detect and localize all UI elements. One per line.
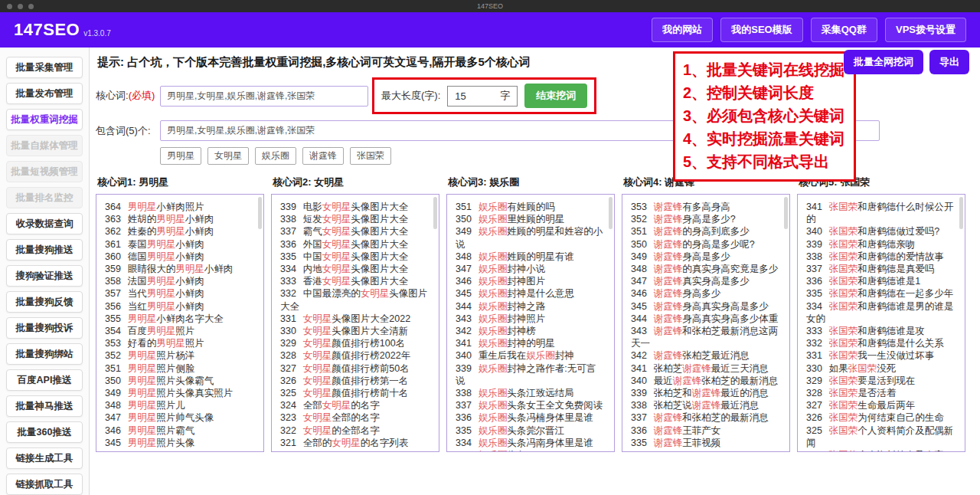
keyword-rank: 356 xyxy=(105,301,121,312)
keyword-highlight: 谢霆锋 xyxy=(654,326,683,336)
keyword-highlight: 娱乐圈 xyxy=(479,202,508,212)
keyword-list[interactable]: 351娱乐圈有姓顾的吗350娱乐圈里姓顾的明星349娱乐圈姓顾的明星和姓容的小说… xyxy=(446,194,615,452)
annotation-line: 3、必须包含核心关键词 xyxy=(683,104,844,127)
keyword-highlight: 娱乐圈 xyxy=(479,400,508,411)
keyword-post: 封神是什么意思 xyxy=(507,288,574,299)
keyword-list[interactable]: 353谢霆锋有多高身高352谢霆锋身高是多少?351谢霆锋的身高到底多少350谢… xyxy=(622,194,790,452)
keyword-pre: 张柏芝和 xyxy=(654,388,692,398)
keyword-highlight: 男明星 xyxy=(128,388,157,398)
keyword-highlight: 谢霆锋 xyxy=(654,276,683,287)
scrollbar-thumb[interactable] xyxy=(609,197,612,229)
sidebar-item[interactable]: 百度API推送 xyxy=(6,369,83,391)
keyword-highlight: 男明星 xyxy=(128,202,157,212)
keyword-post: 颜值排行榜100名 xyxy=(332,338,405,349)
keyword-post: 照片杨洋 xyxy=(156,350,194,361)
keyword-rank: 348 xyxy=(105,400,121,411)
keyword-row: 348谢霆锋的真实身高究竟是多少 xyxy=(631,263,779,275)
scrollbar-thumb[interactable] xyxy=(784,197,788,229)
nav-button[interactable]: 我的SEO模版 xyxy=(720,18,802,42)
keyword-pre: 全部的 xyxy=(303,438,332,448)
keyword-post: 封神的明星 xyxy=(507,338,555,349)
scrollbar-thumb[interactable] xyxy=(258,197,262,229)
keyword-tag[interactable]: 女明星 xyxy=(207,147,249,165)
keyword-rank: 341 xyxy=(631,363,647,374)
sidebar-item[interactable]: 搜狗验证推送 xyxy=(6,265,83,287)
nav-button[interactable]: VPS拨号设置 xyxy=(885,18,966,42)
keyword-highlight: 男明星 xyxy=(147,251,176,262)
keyword-rank: 325 xyxy=(280,388,296,398)
keyword-highlight: 女明星 xyxy=(322,202,351,212)
nav-button[interactable]: 采集QQ群 xyxy=(811,18,877,42)
keyword-post: 小鲜肉 xyxy=(185,214,214,225)
sidebar-item[interactable]: 链接生成工具 xyxy=(6,447,83,469)
scrollbar-thumb[interactable] xyxy=(433,197,437,229)
keyword-post: 颜值排行榜前50名 xyxy=(332,363,409,374)
sidebar-item[interactable]: 批量搜狗反馈 xyxy=(6,291,83,313)
keyword-row: 330女明星头像图片大全清新 xyxy=(280,325,429,337)
keyword-list[interactable]: 339电影女明星头像图片大全338短发女明星头像图片大全337霸气女明星头像图片… xyxy=(271,194,439,452)
keyword-post: 小鲜肉 xyxy=(204,264,234,274)
keyword-tag[interactable]: 男明星 xyxy=(160,147,201,165)
mine-all-button[interactable]: 批量全网挖词 xyxy=(844,50,923,74)
keyword-highlight: 女明星 xyxy=(303,313,332,324)
keyword-list[interactable]: 341张国荣和唐鹤德什么时候公开的340张国荣和唐鹤德做过爱吗?339张国荣和唐… xyxy=(797,194,965,452)
max-length-input[interactable] xyxy=(455,90,485,102)
keyword-tag[interactable]: 娱乐圈 xyxy=(255,147,296,165)
keyword-post: 小鲜肉照片 xyxy=(156,202,204,212)
sidebar-item[interactable]: 链接抓取工具 xyxy=(6,474,83,495)
stop-mining-button[interactable]: 结束挖词 xyxy=(524,84,587,108)
keyword-row: 326张国荣为何结束自己的生命 xyxy=(806,411,955,424)
sidebar-item: 批量短视频管理 xyxy=(6,161,83,182)
keyword-highlight: 谢霆锋 xyxy=(654,350,683,361)
sidebar-item[interactable]: 批量360推送 xyxy=(6,421,83,443)
keyword-rank: 341 xyxy=(806,202,822,212)
keyword-rank: 338 xyxy=(631,400,647,411)
sidebar-item[interactable]: 批量神马推送 xyxy=(6,395,83,417)
scrollbar-thumb[interactable] xyxy=(959,197,963,229)
keyword-rank: 331 xyxy=(806,350,822,361)
keyword-highlight: 女明星 xyxy=(303,388,332,398)
keyword-post: 个人资料简介及身高 xyxy=(858,450,944,452)
keyword-row: 338短发女明星头像图片大全 xyxy=(280,213,429,225)
keyword-rank: 336 xyxy=(806,276,822,287)
export-button[interactable]: 导出 xyxy=(929,50,969,74)
keyword-post: 个人资料简介及配偶新闻 xyxy=(806,425,953,448)
keyword-post: 和唐鹤德谁是男的谁是女的 xyxy=(806,301,953,324)
keyword-highlight: 男明星 xyxy=(128,438,157,448)
app-header: 147SEO v1.3.0.7 我的网站我的SEO模版采集QQ群VPS拨号设置 xyxy=(0,12,980,48)
sidebar-item[interactable]: 批量发布管理 xyxy=(6,83,83,104)
keyword-post: 的全部名字 xyxy=(332,425,380,436)
keyword-row: 349谢霆锋身高是多少 xyxy=(631,251,779,263)
keyword-highlight: 女明星 xyxy=(332,438,361,448)
sidebar-item[interactable]: 批量采集管理 xyxy=(6,57,83,78)
keyword-tag[interactable]: 张国荣 xyxy=(350,147,391,165)
app-version: v1.3.0.7 xyxy=(83,29,111,38)
keyword-rank: 337 xyxy=(456,400,472,411)
keyword-rank: 330 xyxy=(806,363,822,374)
keyword-row: 335张国荣和唐鹤德在一起多少年 xyxy=(806,287,955,300)
keyword-post: 王菲视频 xyxy=(682,438,720,448)
keyword-row: 334内地女明星头像图片大全 xyxy=(280,263,429,275)
sidebar-item[interactable]: 批量搜狗推送 xyxy=(6,239,83,261)
keyword-row: 363姓胡的男明星小鲜肉 xyxy=(105,213,253,225)
keyword-tag[interactable]: 谢霆锋 xyxy=(302,147,344,165)
keyword-highlight: 谢霆锋 xyxy=(692,400,721,411)
annotation-line: 4、实时挖掘流量关键词 xyxy=(683,127,844,150)
keyword-rank: 326 xyxy=(806,412,822,423)
sidebar-item[interactable]: 批量权重词挖掘 xyxy=(6,109,83,130)
core-word-input[interactable] xyxy=(160,86,368,107)
sidebar-item[interactable]: 收录数据查询 xyxy=(6,213,83,234)
sidebar-item[interactable]: 批量搜狗绑站 xyxy=(6,343,83,365)
sidebar-item[interactable]: 批量搜狗投诉 xyxy=(6,317,83,339)
keyword-post: 颜值排行榜前十名 xyxy=(332,388,408,398)
keyword-highlight: 张国荣 xyxy=(829,202,858,212)
keyword-pre: 如果 xyxy=(829,363,848,374)
nav-button[interactable]: 我的网站 xyxy=(652,18,713,42)
keyword-row: 357当代男明星小鲜肉 xyxy=(105,287,253,300)
keyword-post: 照片 xyxy=(175,326,194,336)
required-badge: (必填) xyxy=(129,90,155,101)
keyword-highlight: 谢霆锋 xyxy=(654,264,683,274)
keyword-list[interactable]: 364男明星小鲜肉照片363姓胡的男明星小鲜肉362姓秦的男明星小鲜肉361泰国… xyxy=(96,194,264,452)
keyword-row: 324全部女明星的名字 xyxy=(280,399,429,411)
keyword-row: 337谢霆锋和张柏芝的最新消息 xyxy=(631,411,779,424)
